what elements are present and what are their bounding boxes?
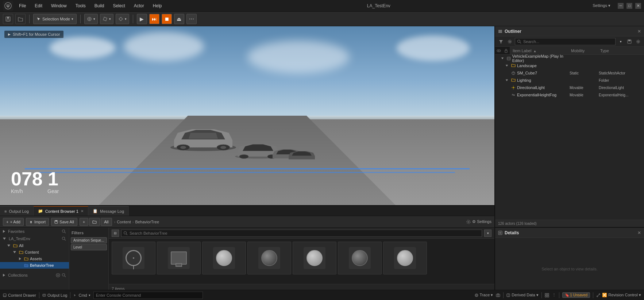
outliner-row-smcube[interactable]: SM_Cube7 Static StaticMeshActor [495,69,644,77]
transform-btn-1[interactable]: ▾ [84,14,98,24]
outliner-row-dirlight[interactable]: DirectionalLight Movable DirectionalLigh… [495,84,644,91]
root-search-icon[interactable] [62,236,66,241]
grid-item-7[interactable] [383,242,427,274]
details-close[interactable]: ✕ [637,230,641,235]
grid-item-3[interactable] [202,242,246,274]
maximize-button[interactable]: □ [626,3,632,9]
console-input[interactable] [93,292,203,299]
outliner-row-fog[interactable]: ExponentialHeightFog Movable Exponential… [495,91,644,99]
details-placeholder: Select an object to view details. [541,267,597,271]
lock-col[interactable] [502,47,510,54]
outliner-dropdown[interactable]: ▾ [617,38,624,45]
open-button[interactable] [15,14,26,24]
save-all-button[interactable]: Save All [51,218,77,226]
revision-control-button[interactable]: 🔀 Revision Control ▾ [596,293,641,297]
content-browser-icon: 📁 [38,209,43,214]
grid-item-2[interactable] [157,242,201,274]
row-lighting-label: Lighting [517,78,531,82]
root-section[interactable]: LA_TestEnv [0,235,69,242]
svg-rect-3 [7,17,9,19]
save-button[interactable] [3,14,13,24]
collections-section[interactable]: Collections [0,272,69,279]
svg-line-25 [65,239,66,241]
all-label: All [19,243,23,248]
filter-level[interactable]: Level [71,244,107,250]
settings-button[interactable]: ⚙ Settings [466,219,491,224]
cloud-2 [124,32,204,61]
menu-file[interactable]: File [16,2,29,10]
trace-button[interactable]: Trace ▾ [475,293,493,297]
menu-tools[interactable]: Tools [73,2,89,10]
outliner-settings-button[interactable] [506,38,513,45]
dropdown-button[interactable]: ▾ [484,230,491,237]
filter-animation[interactable]: Animation Seque... [71,237,107,243]
all-button[interactable]: All [101,218,112,226]
viewport[interactable]: ▶ Shift+F1 for Mouse Cursor 078 Km/h 1 G… [0,26,494,205]
svg-point-39 [518,40,520,42]
content-item[interactable]: Content [0,249,69,255]
skip-button[interactable]: ⏭ [149,14,159,24]
svg-line-40 [520,42,521,43]
tab-output-log[interactable]: ≡ Output Log [0,206,34,216]
settings-label[interactable]: Settings ▾ [593,3,610,8]
favorites-section[interactable]: Favorites [0,228,69,235]
camera-button[interactable] [496,293,500,297]
outliner-close[interactable]: ✕ [637,29,641,34]
derived-data-button[interactable]: Derived Data ▾ [506,293,538,297]
cmd-button[interactable]: Cmd ▾ [73,293,90,297]
behavior-tree-item[interactable]: BehaviorTree [0,262,69,269]
tab-message-log[interactable]: 📋 Message Log [88,206,129,216]
content-drawer-button[interactable]: Content Drawer [3,293,36,297]
lighting-folder-icon [511,78,516,82]
tab-content-browser-close[interactable]: ✕ [81,209,84,213]
outliner-options-button[interactable] [635,38,642,45]
grid-item-5[interactable] [293,242,336,274]
more-play-button[interactable]: ⋯ [186,14,197,24]
stop-button[interactable]: ⏹ [162,14,172,24]
visibility-col[interactable] [495,47,502,54]
transform-btn-2[interactable]: ▾ [100,14,113,24]
menu-select[interactable]: Select [110,2,128,10]
assets-expand-icon [19,257,21,260]
all-item[interactable]: All [0,242,69,249]
collections-add-icon[interactable] [56,273,60,277]
outliner-row-map[interactable]: VehicleExampleMap (Play In Editor) [495,55,644,62]
play-button[interactable]: ▶ [137,14,147,24]
transform-btn-3[interactable]: ▾ [116,14,129,24]
search-input[interactable] [121,230,482,237]
menu-edit[interactable]: Edit [32,2,45,10]
close-button[interactable]: ✕ [635,3,641,9]
message-log-icon: 📋 [93,209,98,214]
outliner-row-lighting[interactable]: Lighting Folder [495,77,644,84]
grid-item-4[interactable] [247,242,291,274]
grid-item-1[interactable] [112,242,155,274]
selection-mode-button[interactable]: Selection Mode ▾ [33,14,77,24]
minimize-button[interactable]: ─ [618,3,624,9]
menu-build[interactable]: Build [92,2,107,10]
eject-button[interactable]: ⏏ [174,14,184,24]
cloud-4 [397,35,470,61]
right-panel: Outliner ✕ ▾ [494,26,644,300]
outliner-search-input[interactable] [515,38,616,45]
add-button[interactable]: + + Add [3,218,24,226]
tab-content-browser[interactable]: 📁 Content Browser 1 ✕ [34,206,88,216]
more-button[interactable]: ⋮ [552,293,556,297]
folder-icon-button[interactable] [89,218,100,226]
favorites-search-icon[interactable] [62,229,66,234]
unsaved-badge[interactable]: 🔖 1 Unsaved [562,292,590,298]
menu-help[interactable]: Help [150,2,165,10]
output-log-button[interactable]: Output Log [42,293,67,297]
assets-item[interactable]: Assets [0,255,69,262]
outliner-save-button[interactable] [626,38,633,45]
menu-actor[interactable]: Actor [131,2,147,10]
grid-button[interactable] [545,293,549,297]
add-folder-button[interactable]: + [80,218,88,226]
content-drawer-icon [3,293,7,297]
sort-button[interactable]: ⊟ [112,230,119,237]
menu-window[interactable]: Window [48,2,70,10]
grid-item-6[interactable] [338,242,382,274]
outliner-row-landscape[interactable]: Landscape [495,62,644,69]
outliner-filter-button[interactable] [497,38,505,45]
collections-search-icon[interactable] [62,273,66,277]
import-button[interactable]: Import [26,218,49,226]
